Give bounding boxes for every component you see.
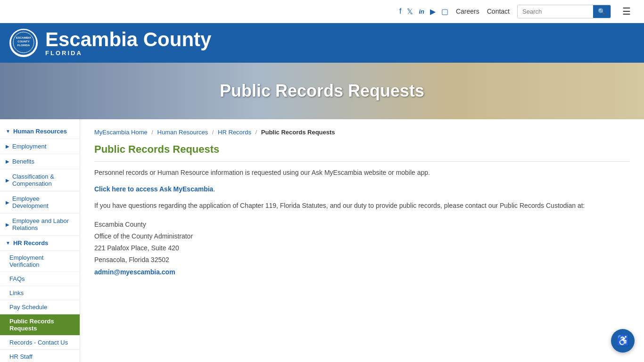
hero-section: Public Records Requests xyxy=(0,63,644,119)
search-button[interactable]: 🔍 xyxy=(593,5,611,18)
facebook-icon[interactable]: f xyxy=(399,7,401,16)
expand-arrow-employee-development: ▶ xyxy=(6,200,9,205)
site-header: ESCAMBIA COUNTY FLORIDA Escambia County … xyxy=(0,23,644,63)
breadcrumb: MyEscambia Home / Human Resources / HR R… xyxy=(94,129,630,136)
social-icons: f 𝕏 in ▶ ▢ xyxy=(399,7,448,16)
careers-link[interactable]: Careers xyxy=(456,8,479,15)
sidebar-label-classification: Classification & Compensation xyxy=(12,173,74,187)
sidebar-label-employee-labor: Employee and Labor Relations xyxy=(12,217,74,231)
county-name-heading: Escambia County xyxy=(45,30,211,49)
breadcrumb-hr-records[interactable]: HR Records xyxy=(218,129,251,136)
breadcrumb-sep-1: / xyxy=(151,129,153,136)
sidebar-label-employee-development: Employee Development xyxy=(12,195,74,209)
sidebar-label-human-resources: Human Resources xyxy=(13,128,67,135)
address-block: Escambia County Office of the County Adm… xyxy=(94,219,630,278)
contact-link[interactable]: Contact xyxy=(487,8,510,15)
sidebar-subitem-pay-schedule[interactable]: Pay Schedule xyxy=(0,300,80,314)
expand-arrow-hr-records: ▼ xyxy=(6,240,10,246)
search-box: 🔍 xyxy=(517,5,611,18)
sidebar-subitem-hr-staff[interactable]: HR Staff xyxy=(0,350,80,362)
twitter-icon[interactable]: 𝕏 xyxy=(407,7,413,16)
sidebar-item-employment[interactable]: ▶ Employment xyxy=(0,139,80,154)
sidebar-item-employee-labor[interactable]: ▶ Employee and Labor Relations xyxy=(0,214,80,236)
breadcrumb-hr[interactable]: Human Resources xyxy=(157,129,208,136)
accessibility-icon: ♿ xyxy=(617,335,629,347)
sidebar-subitem-links[interactable]: Links xyxy=(0,286,80,300)
main-content: MyEscambia Home / Human Resources / HR R… xyxy=(80,119,644,362)
county-name: Escambia County FLORIDA xyxy=(45,30,211,57)
instagram-icon[interactable]: ▢ xyxy=(441,7,448,16)
hero-title: Public Records Requests xyxy=(220,81,424,101)
sidebar-label-employment: Employment xyxy=(12,143,46,150)
sidebar-item-hr-records[interactable]: ▼ HR Records xyxy=(0,236,80,251)
youtube-icon[interactable]: ▶ xyxy=(430,7,436,16)
linkedin-icon[interactable]: in xyxy=(419,8,424,15)
access-link-paragraph: Click here to access Ask MyEscambia. xyxy=(94,185,630,193)
breadcrumb-home[interactable]: MyEscambia Home xyxy=(94,129,148,136)
search-input[interactable] xyxy=(518,6,593,17)
svg-text:ESCAMBIA: ESCAMBIA xyxy=(16,36,32,39)
sidebar-item-benefits[interactable]: ▶ Benefits xyxy=(0,154,80,169)
accessibility-button[interactable]: ♿ xyxy=(611,329,635,353)
svg-text:COUNTY: COUNTY xyxy=(17,40,29,43)
email-link[interactable]: admin@myescambia.com xyxy=(94,268,175,276)
breadcrumb-current: Public Records Requests xyxy=(261,129,335,136)
svg-text:FLORIDA: FLORIDA xyxy=(17,44,30,47)
address-line-3: 221 Palafox Place, Suite 420 xyxy=(94,242,630,254)
logo: ESCAMBIA COUNTY FLORIDA xyxy=(9,29,38,57)
ask-myescambia-link[interactable]: Click here to access Ask MyEscambia xyxy=(94,185,213,193)
chapter-text: If you have questions regarding the appl… xyxy=(94,200,630,211)
sidebar-item-human-resources[interactable]: ▼ Human Resources xyxy=(0,124,80,139)
sidebar-subitem-faqs[interactable]: FAQs xyxy=(0,272,80,286)
address-line-2: Office of the County Administrator xyxy=(94,230,630,242)
menu-button[interactable]: ☰ xyxy=(619,4,635,19)
top-links: Careers Contact xyxy=(456,8,510,15)
top-bar: f 𝕏 in ▶ ▢ Careers Contact 🔍 ☰ xyxy=(0,0,644,23)
sidebar-label-benefits: Benefits xyxy=(12,158,34,165)
sidebar-subitem-records-contact[interactable]: Records - Contact Us xyxy=(0,336,80,350)
page-title: Public Records Requests xyxy=(94,143,630,162)
breadcrumb-sep-3: / xyxy=(256,129,257,136)
expand-arrow-benefits: ▶ xyxy=(6,159,9,164)
sidebar-item-employee-development[interactable]: ▶ Employee Development xyxy=(0,191,80,214)
page-layout: ▼ Human Resources ▶ Employment ▶ Benefit… xyxy=(0,119,644,362)
expand-arrow-human-resources: ▼ xyxy=(6,129,10,134)
sidebar-label-hr-records: HR Records xyxy=(13,239,48,247)
sidebar-subitem-public-records[interactable]: Public Records Requests xyxy=(0,314,80,336)
expand-arrow-employment: ▶ xyxy=(6,144,9,149)
expand-arrow-classification: ▶ xyxy=(6,178,9,183)
sidebar: ▼ Human Resources ▶ Employment ▶ Benefit… xyxy=(0,119,80,362)
expand-arrow-employee-labor: ▶ xyxy=(6,222,9,227)
sidebar-item-classification[interactable]: ▶ Classification & Compensation xyxy=(0,169,80,191)
florida-label: FLORIDA xyxy=(45,49,211,57)
link-period: . xyxy=(213,185,215,193)
sidebar-subitem-employment-verification[interactable]: Employment Verification xyxy=(0,251,80,272)
breadcrumb-sep-2: / xyxy=(212,129,214,136)
address-line-4: Pensacola, Florida 32502 xyxy=(94,254,630,266)
address-line-1: Escambia County xyxy=(94,219,630,230)
intro-text: Personnel records or Human Resource info… xyxy=(94,167,630,178)
